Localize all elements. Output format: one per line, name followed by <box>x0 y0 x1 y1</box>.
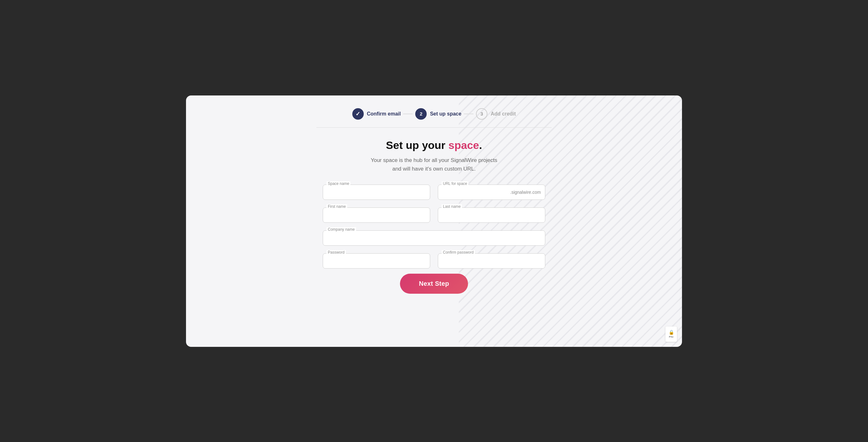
step-3-circle: 3 <box>476 108 488 120</box>
checkmark-icon: ✓ <box>355 111 360 117</box>
step-1-label: Confirm email <box>367 111 401 117</box>
privacy-label: Priv <box>669 335 674 338</box>
title-prefix: Set up your <box>386 139 448 151</box>
password-input[interactable] <box>323 253 430 269</box>
space-name-field: Space name <box>323 184 430 200</box>
step-2-number: 2 <box>420 111 422 116</box>
first-name-input[interactable] <box>323 207 430 223</box>
next-step-button[interactable]: Next Step <box>400 274 468 294</box>
step-add-credit: 3 Add credit <box>476 108 516 120</box>
password-field: Password <box>323 253 430 269</box>
company-name-label: Company name <box>327 227 356 232</box>
confirm-password-label: Confirm password <box>442 250 475 255</box>
page-content: ✓ Confirm email 2 Set up space 3 Add cre… <box>205 108 663 294</box>
step-connector-2 <box>464 114 473 114</box>
subtitle-line2: and will have it's own custom URL. <box>392 166 476 172</box>
space-name-label: Space name <box>327 181 350 186</box>
url-space-label: URL for space <box>442 181 468 186</box>
title-highlight: space <box>448 139 479 151</box>
last-name-label: Last name <box>442 204 462 209</box>
main-window: ✓ Confirm email 2 Set up space 3 Add cre… <box>186 95 682 347</box>
step-setup-space: 2 Set up space <box>415 108 461 120</box>
step-1-circle: ✓ <box>352 108 364 120</box>
form-row-2: First name Last name <box>323 207 545 223</box>
last-name-input[interactable] <box>438 207 545 223</box>
step-3-number: 3 <box>480 111 483 116</box>
space-name-input[interactable] <box>323 184 430 200</box>
title-suffix: . <box>479 139 482 151</box>
step-connector-1 <box>403 114 413 114</box>
confirm-password-input[interactable] <box>438 253 545 269</box>
password-label: Password <box>327 250 346 255</box>
confirm-password-field: Confirm password <box>438 253 545 269</box>
step-2-label: Set up space <box>430 111 461 117</box>
first-name-field: First name <box>323 207 430 223</box>
page-title: Set up your space. <box>386 139 482 151</box>
step-2-circle: 2 <box>415 108 427 120</box>
company-name-input[interactable] <box>323 230 545 246</box>
privacy-badge: 🔒 Priv <box>665 326 677 342</box>
privacy-icon: 🔒 <box>669 330 674 335</box>
step-3-label: Add credit <box>491 111 516 117</box>
first-name-label: First name <box>327 204 347 209</box>
company-name-field: Company name <box>323 230 545 246</box>
page-subtitle: Your space is the hub for all your Signa… <box>371 156 497 173</box>
url-space-input[interactable] <box>438 184 545 200</box>
form-row-4: Password Confirm password <box>323 253 545 269</box>
step-confirm-email: ✓ Confirm email <box>352 108 401 120</box>
stepper: ✓ Confirm email 2 Set up space 3 Add cre… <box>352 108 516 120</box>
url-space-field: URL for space .signalwire.com <box>438 184 545 200</box>
form-row-1: Space name URL for space .signalwire.com <box>323 184 545 200</box>
setup-form: Space name URL for space .signalwire.com… <box>323 184 545 269</box>
subtitle-line1: Your space is the hub for all your Signa… <box>371 157 497 163</box>
last-name-field: Last name <box>438 207 545 223</box>
form-row-3: Company name <box>323 230 545 246</box>
